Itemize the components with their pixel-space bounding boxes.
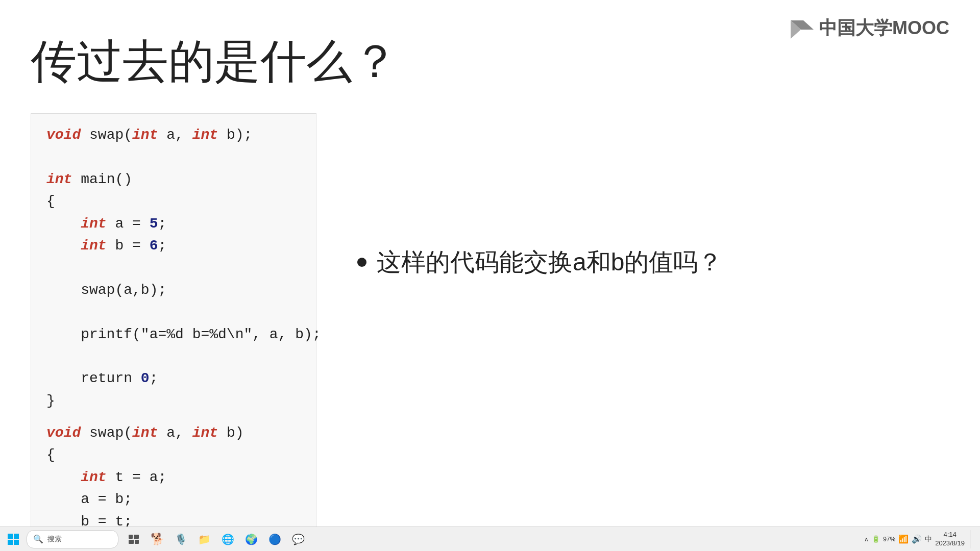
- code-line: void swap(int a, int b);: [46, 124, 301, 146]
- code-line-blank: [46, 257, 301, 279]
- keyword-int: int: [132, 425, 158, 441]
- code-line: {: [46, 190, 301, 212]
- code-line: void swap(int a, int b): [46, 422, 301, 444]
- folder-icon: 📁: [198, 533, 211, 545]
- network-icon: 📶: [898, 534, 909, 544]
- hidden-icons-button[interactable]: ∧: [864, 536, 869, 543]
- code-line-blank: [46, 301, 301, 323]
- media-button[interactable]: 🎙️: [169, 528, 192, 550]
- code-line: return 0;: [46, 367, 301, 389]
- keyword-void: void: [46, 425, 81, 441]
- edge-icon: 🌐: [222, 533, 234, 545]
- svg-rect-7: [134, 535, 139, 539]
- svg-rect-8: [129, 540, 134, 544]
- taskbar-search[interactable]: 🔍 搜索: [27, 530, 118, 548]
- keyboard-layout[interactable]: 中: [925, 535, 932, 544]
- number-0: 0: [141, 370, 150, 386]
- code-line: {: [46, 444, 301, 466]
- code-line: swap(a,b);: [46, 279, 301, 301]
- keyword-int: int: [81, 216, 106, 232]
- date-display: 2023/8/19: [935, 539, 965, 548]
- bullet-dot: [357, 258, 366, 267]
- taskbar: 🔍 搜索 🐕 🎙️ 📁 🌐 🌍: [0, 527, 980, 551]
- code-line: printf("a=%d b=%d\n", a, b);: [46, 323, 301, 345]
- taskbar-time[interactable]: 4:14 2023/8/19: [935, 531, 965, 548]
- keyword-int: int: [192, 425, 218, 441]
- keyword-int: int: [81, 238, 106, 254]
- chat-icon: 💬: [292, 533, 305, 545]
- task-view-button[interactable]: [122, 528, 145, 550]
- ie-button[interactable]: 🌍: [240, 528, 262, 550]
- code-line: int b = 6;: [46, 235, 301, 257]
- windows-icon: [8, 534, 19, 545]
- svg-rect-6: [129, 535, 133, 539]
- mooc-logo-icon: [788, 15, 814, 41]
- code-line: a = b;: [46, 488, 301, 510]
- number-5: 5: [150, 216, 158, 232]
- content-row: void swap(int a, int b); int main() { in…: [31, 113, 949, 551]
- browser2-icon: 🔵: [268, 533, 281, 545]
- code-separator: [46, 412, 301, 422]
- browser2-button[interactable]: 🔵: [263, 528, 286, 550]
- right-panel: 这样的代码能交换a和b的值吗？: [357, 113, 722, 279]
- keyword-int: int: [81, 469, 106, 485]
- main-content: 中国大学MOOC 传过去的是什么？ void swap(int a, int b…: [0, 0, 980, 531]
- volume-icon: 🔊: [912, 534, 922, 544]
- file-explorer-button[interactable]: 📁: [193, 528, 215, 550]
- media-icon: 🎙️: [175, 533, 187, 545]
- svg-rect-2: [8, 534, 13, 539]
- keyword-int: int: [192, 127, 218, 143]
- chat-button[interactable]: 💬: [287, 528, 309, 550]
- code-line: int t = a;: [46, 466, 301, 488]
- code-line-blank: [46, 345, 301, 367]
- system-tray: ∧ 🔋 97% 📶 🔊 中 4:14 2023/8/19: [864, 530, 978, 548]
- time-display: 4:14: [943, 531, 956, 539]
- taskbar-apps: 🐕 🎙️ 📁 🌐 🌍 🔵 💬: [122, 528, 309, 550]
- start-button[interactable]: [2, 528, 24, 550]
- code-line-blank: [46, 146, 301, 168]
- bullet-text: 这样的代码能交换a和b的值吗？: [377, 246, 722, 279]
- search-text: 搜索: [47, 535, 62, 544]
- animal-app-button[interactable]: 🐕: [146, 528, 168, 550]
- svg-rect-5: [14, 540, 19, 545]
- code-block-1: void swap(int a, int b); int main() { in…: [46, 124, 301, 412]
- keyword-int: int: [132, 127, 158, 143]
- code-line: int a = 5;: [46, 213, 301, 235]
- code-line: }: [46, 390, 301, 412]
- logo-area: 中国大学MOOC: [788, 15, 949, 41]
- svg-rect-4: [8, 540, 13, 545]
- battery-percent: 97%: [883, 536, 895, 543]
- keyword-int: int: [46, 171, 72, 187]
- number-6: 6: [150, 238, 158, 254]
- code-block: void swap(int a, int b); int main() { in…: [31, 113, 316, 551]
- animal-icon: 🐕: [151, 533, 164, 546]
- edge-button[interactable]: 🌐: [216, 528, 239, 550]
- show-desktop-button[interactable]: [970, 530, 974, 548]
- svg-rect-3: [14, 534, 19, 539]
- code-line: int main(): [46, 168, 301, 190]
- ie-icon: 🌍: [245, 533, 258, 545]
- bullet-section: 这样的代码能交换a和b的值吗？: [357, 246, 722, 279]
- task-view-icon: [129, 535, 139, 544]
- battery-icon: 🔋: [872, 535, 880, 543]
- logo-text: 中国大学MOOC: [819, 16, 949, 41]
- svg-rect-9: [135, 540, 139, 544]
- search-icon: 🔍: [33, 534, 43, 544]
- keyword-void: void: [46, 127, 81, 143]
